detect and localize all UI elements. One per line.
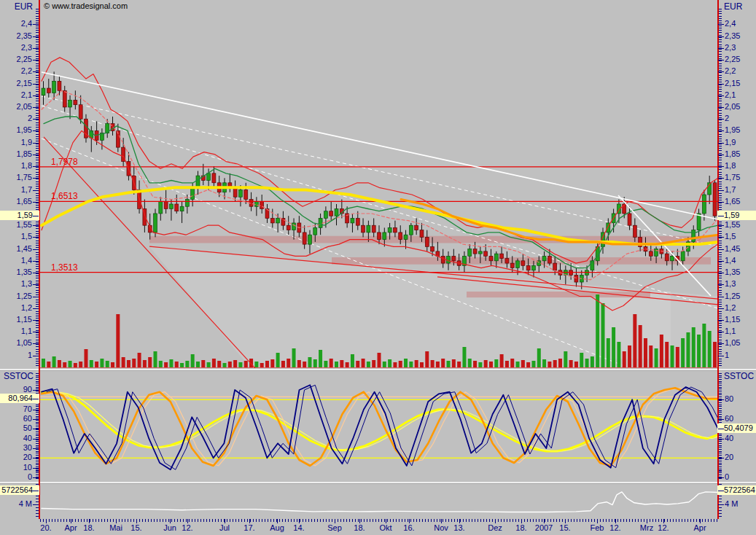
axis-tick-label: 40 <box>725 434 733 443</box>
axis-tick-label: 1,45 <box>17 244 32 254</box>
major-tick <box>33 60 39 60</box>
axis-tick-label: 1,25 <box>17 292 32 301</box>
date-axis-label: Apr <box>693 523 706 532</box>
major-tick <box>33 390 39 391</box>
major-tick <box>718 237 724 238</box>
major-tick <box>718 332 724 332</box>
major-tick <box>33 448 39 449</box>
major-tick <box>33 491 39 491</box>
major-tick <box>718 119 724 120</box>
date-major-tick <box>359 519 360 523</box>
major-tick <box>718 178 724 179</box>
major-tick <box>33 429 39 429</box>
date-axis-label: Dez <box>488 523 502 532</box>
major-tick <box>33 202 39 203</box>
date-major-tick <box>565 519 566 523</box>
date-major-tick <box>521 519 522 523</box>
axis-tick-label: 40 <box>23 434 32 443</box>
major-tick <box>718 491 724 491</box>
axis-tick-label: 1,75 <box>17 173 32 182</box>
copyright-text: © www.tradesignal.com <box>44 1 128 10</box>
date-axis-label: Nov <box>434 523 448 532</box>
major-tick <box>718 504 724 505</box>
axis-tick-label: 2,1 <box>21 90 32 100</box>
major-tick <box>718 249 724 250</box>
date-major-tick <box>615 519 616 523</box>
major-tick <box>33 225 39 226</box>
axis-tick-label: 2,3 <box>21 43 32 52</box>
major-tick <box>718 216 724 216</box>
major-tick <box>33 273 39 273</box>
date-axis-label: 17. <box>243 523 254 532</box>
axis-tick-label: 0 <box>28 472 32 482</box>
major-tick <box>33 119 39 120</box>
axis-tick-label: 1 <box>725 351 729 360</box>
axis-tick-label: 1,9 <box>725 138 736 147</box>
right-stoch-title: SSTOC <box>724 371 754 381</box>
axis-tick-label: 1,55 <box>17 220 32 230</box>
date-axis-label: 18. <box>83 523 94 532</box>
major-tick <box>33 399 39 399</box>
major-tick <box>33 308 39 309</box>
chart-canvas[interactable] <box>0 0 756 535</box>
date-major-tick <box>459 519 460 523</box>
date-major-tick <box>597 519 598 523</box>
axis-tick-label: 4 M <box>725 499 738 509</box>
axis-tick-label: 2,1 <box>725 90 736 100</box>
axis-tick-label: 1,1 <box>725 327 736 336</box>
axis-tick-label: 2,05 <box>725 102 740 112</box>
axis-tick-label: 1,2 <box>21 303 32 313</box>
axis-tick-label: 2,35 <box>725 31 740 41</box>
major-tick <box>33 143 39 144</box>
major-tick <box>33 439 39 440</box>
axis-tick-label: 1,5 <box>725 232 736 241</box>
axis-tick-label: 10 <box>23 463 32 472</box>
date-major-tick <box>225 519 225 523</box>
axis-tick-label: 2,2 <box>21 66 32 76</box>
date-axis-label: Jun <box>163 523 176 532</box>
axis-tick-label: 2,4 <box>21 19 32 28</box>
date-axis-label: 12. <box>609 523 620 532</box>
axis-tick-label: 2,35 <box>17 31 32 41</box>
axis-tick-label: 30 <box>23 443 32 453</box>
axis-tick-label: 1,1 <box>21 327 32 336</box>
major-tick <box>718 71 724 72</box>
major-tick <box>718 36 724 37</box>
axis-tick-label: 1,8 <box>21 161 32 171</box>
date-major-tick <box>409 519 410 523</box>
axis-tick-label: 1,5 <box>21 232 32 241</box>
major-tick <box>33 468 39 469</box>
major-tick <box>33 419 39 420</box>
axis-tick-label: 1,7 <box>725 185 736 195</box>
sr-price-label: 1,6513 <box>51 191 78 201</box>
axis-tick-label: 2,25 <box>17 55 32 64</box>
axis-tick-label: 1,65 <box>725 197 740 206</box>
major-tick <box>33 24 39 25</box>
axis-tick-label: 1,3 <box>725 279 736 289</box>
axis-tick-label: 1,4 <box>725 256 736 265</box>
major-tick <box>33 504 39 505</box>
axis-tick-label: 70 <box>23 405 32 414</box>
major-tick <box>33 155 39 155</box>
axis-tick-label: 2 <box>725 114 729 123</box>
axis-tick-label: 60 <box>725 414 733 423</box>
date-major-tick <box>299 519 300 523</box>
major-tick <box>718 143 724 144</box>
axis-tick-label: 1,15 <box>17 315 32 324</box>
major-tick <box>33 410 39 410</box>
axis-tick-label: 1,8 <box>725 161 736 171</box>
date-major-tick <box>136 519 137 523</box>
major-tick <box>718 273 724 273</box>
major-tick <box>33 249 39 250</box>
major-tick <box>718 297 724 297</box>
major-tick <box>718 225 724 226</box>
major-tick <box>33 458 39 458</box>
major-tick <box>33 36 39 37</box>
major-tick <box>718 48 724 49</box>
major-tick <box>33 284 39 285</box>
axis-tick-label: 2,2 <box>725 66 736 76</box>
date-axis-label: 15. <box>130 523 141 532</box>
date-axis-label: 18. <box>354 523 365 532</box>
date-major-tick <box>663 519 664 523</box>
axis-tick-label: 1,05 <box>17 338 32 348</box>
